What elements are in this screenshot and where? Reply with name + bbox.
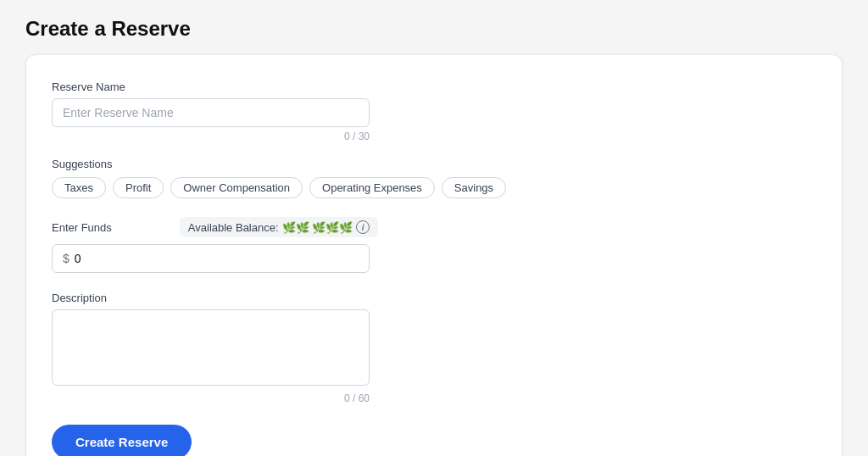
- main-card: Reserve Name 0 / 30 Suggestions Taxes Pr…: [25, 54, 843, 456]
- available-balance-text: Available Balance:: [188, 221, 279, 234]
- description-textarea[interactable]: [52, 309, 370, 386]
- reserve-name-char-count: 0 / 30: [52, 131, 370, 142]
- reserve-name-section: Reserve Name 0 / 30: [52, 81, 816, 142]
- reserve-name-input[interactable]: [52, 98, 370, 127]
- chip-operating-expenses[interactable]: Operating Expenses: [309, 177, 435, 198]
- available-balance-badge: Available Balance: 🌿🌿 🌿🌿🌿 i: [180, 217, 378, 237]
- suggestions-section: Suggestions Taxes Profit Owner Compensat…: [52, 158, 816, 198]
- info-icon[interactable]: i: [356, 220, 370, 234]
- enter-funds-section: Enter Funds Available Balance: 🌿🌿 🌿🌿🌿 i …: [52, 217, 816, 273]
- suggestions-label: Suggestions: [52, 158, 816, 170]
- create-reserve-button[interactable]: Create Reserve: [52, 425, 192, 456]
- dollar-sign: $: [63, 252, 70, 265]
- description-char-count: 0 / 60: [52, 392, 370, 404]
- funds-header: Enter Funds Available Balance: 🌿🌿 🌿🌿🌿 i: [52, 217, 816, 237]
- suggestion-chips: Taxes Profit Owner Compensation Operatin…: [52, 177, 816, 198]
- chip-taxes[interactable]: Taxes: [52, 177, 106, 198]
- balance-amount: 🌿🌿 🌿🌿🌿: [282, 221, 353, 234]
- chip-savings[interactable]: Savings: [442, 177, 506, 198]
- page-title: Create a Reserve: [25, 17, 843, 41]
- enter-funds-label: Enter Funds: [52, 221, 112, 234]
- reserve-name-label: Reserve Name: [52, 81, 816, 93]
- funds-input[interactable]: [75, 252, 359, 265]
- funds-input-wrapper: $: [52, 244, 370, 273]
- chip-profit[interactable]: Profit: [113, 177, 164, 198]
- description-section: Description 0 / 60: [52, 292, 816, 404]
- chip-owner-compensation[interactable]: Owner Compensation: [170, 177, 303, 198]
- description-label: Description: [52, 292, 816, 304]
